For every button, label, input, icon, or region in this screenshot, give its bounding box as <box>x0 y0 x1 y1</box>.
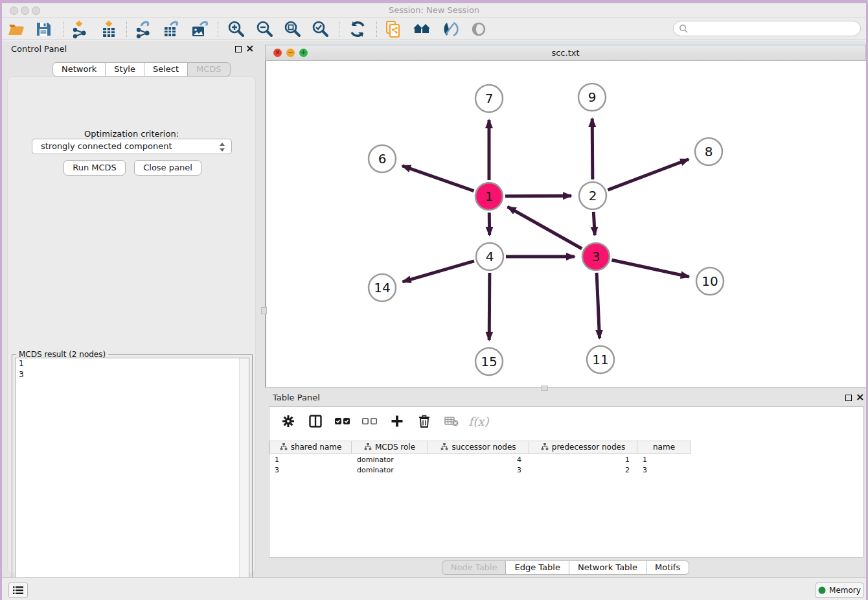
node-label-4: 4 <box>486 249 494 264</box>
select-all-icon[interactable] <box>334 413 351 430</box>
export-table-icon[interactable] <box>160 19 182 39</box>
cell-mcds-role: dominator <box>352 465 428 476</box>
tab-select[interactable]: Select <box>144 62 188 76</box>
hide-panel-icon[interactable] <box>468 19 490 39</box>
criterion-value: strongly connected component <box>41 141 172 151</box>
criterion-select[interactable]: strongly connected component <box>32 139 232 154</box>
optimization-criterion-label: Optimization criterion: <box>8 129 255 139</box>
open-file-icon[interactable] <box>5 19 27 39</box>
control-panel: Control Panel × Network Style Select MCD… <box>2 41 262 577</box>
edge-2-3[interactable] <box>593 212 595 235</box>
close-panel-icon[interactable]: × <box>246 42 254 55</box>
toolbar-separator <box>126 21 127 37</box>
function-builder-icon[interactable]: f(x) <box>470 413 487 430</box>
memory-button[interactable]: Memory <box>816 583 863 598</box>
edge-2-9[interactable] <box>592 119 593 179</box>
edge-1-6[interactable] <box>402 166 474 191</box>
tab-edge-table[interactable]: Edge Table <box>506 560 569 575</box>
columns-icon[interactable] <box>307 413 324 430</box>
tab-motifs[interactable]: Motifs <box>646 560 689 575</box>
float-panel-icon[interactable] <box>845 395 852 401</box>
splitter-handle[interactable] <box>261 307 267 314</box>
network-window-titlebar[interactable]: × − + scc.txt <box>265 45 866 61</box>
select-chevrons-icon <box>219 142 225 152</box>
import-network-icon[interactable] <box>69 19 91 39</box>
cell-name: 1 <box>637 455 691 465</box>
tab-node-table[interactable]: Node Table <box>442 560 507 575</box>
table-panel-header: Table Panel × <box>265 389 866 406</box>
tab-mcds[interactable]: MCDS <box>188 62 231 76</box>
task-history-button[interactable] <box>8 583 28 598</box>
edge-3-11[interactable] <box>597 273 599 338</box>
node-label-14: 14 <box>374 280 390 295</box>
tree-icon <box>440 443 448 451</box>
toolbar-separator <box>376 21 377 37</box>
cell-shared-name: 1 <box>269 455 352 465</box>
zoom-fit-icon[interactable] <box>282 19 304 39</box>
export-image-icon[interactable] <box>188 19 211 39</box>
cell-predecessor-nodes: 1 <box>529 455 637 465</box>
run-mcds-button[interactable]: Run MCDS <box>63 160 126 176</box>
cell-name: 3 <box>637 465 691 476</box>
table-row[interactable]: 3 dominator 3 2 3 <box>269 465 691 476</box>
apply-style-icon[interactable] <box>439 19 461 39</box>
mcds-panel: Optimization criterion: strongly connect… <box>7 76 256 573</box>
column-header-name[interactable]: name <box>637 441 691 454</box>
zoom-in-icon[interactable] <box>225 19 247 39</box>
gear-icon[interactable] <box>280 413 297 430</box>
float-panel-icon[interactable] <box>235 46 242 52</box>
export-network-icon[interactable] <box>132 19 154 39</box>
edge-4-15[interactable] <box>489 273 490 340</box>
close-panel-icon[interactable]: × <box>856 391 864 404</box>
main-toolbar <box>2 18 866 40</box>
mcds-result-list[interactable]: 1 3 <box>15 358 249 597</box>
close-panel-button[interactable]: Close panel <box>134 160 201 176</box>
application-window: Session: New Session <box>2 3 866 600</box>
table-tabs: Node Table Edge Table Network Table Moti… <box>265 560 866 575</box>
column-header-shared-name[interactable]: shared name <box>269 441 352 454</box>
control-panel-tabs: Network Style Select MCDS <box>52 62 231 76</box>
status-bar: Memory <box>2 577 866 600</box>
main-area: Control Panel × Network Style Select MCD… <box>2 41 866 577</box>
cell-successor-nodes: 4 <box>428 455 529 465</box>
tab-style[interactable]: Style <box>106 62 144 76</box>
result-scrollbar[interactable] <box>239 358 249 597</box>
network-canvas[interactable]: 1234678910111415 <box>265 61 866 387</box>
deselect-all-icon[interactable] <box>361 413 378 430</box>
zoom-out-icon[interactable] <box>254 19 276 39</box>
edge-3-10[interactable] <box>611 260 689 277</box>
save-session-icon[interactable] <box>32 19 54 39</box>
refresh-icon[interactable] <box>347 19 369 39</box>
add-row-icon[interactable] <box>389 413 405 430</box>
tree-icon <box>280 443 288 451</box>
edge-4-14[interactable] <box>403 261 474 282</box>
edge-1-2[interactable] <box>505 196 571 196</box>
zoom-selected-icon[interactable] <box>310 19 332 39</box>
home-layout-icon[interactable] <box>411 19 433 39</box>
import-table-icon[interactable] <box>98 19 120 39</box>
column-header-successor-nodes[interactable]: successor nodes <box>428 441 529 454</box>
node-label-3: 3 <box>592 249 600 264</box>
tree-icon <box>364 443 372 451</box>
delete-table-icon[interactable] <box>443 413 460 430</box>
edge-3-1[interactable] <box>508 207 582 249</box>
delete-row-icon[interactable] <box>416 413 433 430</box>
tree-icon <box>541 443 549 451</box>
tab-network[interactable]: Network <box>52 62 106 76</box>
column-header-mcds-role[interactable]: MCDS role <box>352 441 428 454</box>
column-header-predecessor-nodes[interactable]: predecessor nodes <box>529 441 637 454</box>
mcds-result-groupbox: MCDS result (2 nodes) 1 3 <box>12 354 253 600</box>
table-row[interactable]: 1 dominator 4 1 1 <box>269 455 691 465</box>
cell-predecessor-nodes: 2 <box>529 465 637 476</box>
search-input[interactable] <box>673 21 861 36</box>
node-label-1: 1 <box>485 189 494 204</box>
window-title: Session: New Session <box>2 5 866 15</box>
cell-shared-name: 3 <box>269 465 352 476</box>
node-label-10: 10 <box>702 273 718 289</box>
tab-network-table[interactable]: Network Table <box>569 560 646 575</box>
control-panel-header: Control Panel × <box>2 41 262 58</box>
edge-2-8[interactable] <box>608 159 689 190</box>
table-panel-title: Table Panel <box>273 393 320 402</box>
clone-network-icon[interactable] <box>383 19 405 39</box>
network-window-title: scc.txt <box>266 48 865 58</box>
